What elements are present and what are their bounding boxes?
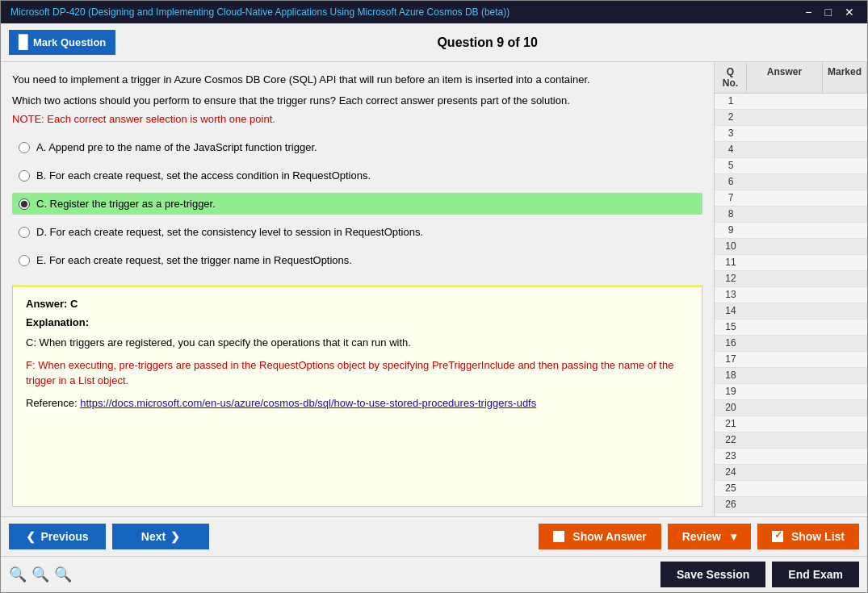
reference: Reference: https://docs.microsoft.com/en…: [26, 395, 689, 411]
reference-link[interactable]: https://docs.microsoft.com/en-us/azure/c…: [80, 397, 536, 409]
sidebar-header-marked: Marked: [823, 62, 867, 93]
sidebar-cell-answer: [747, 400, 823, 416]
sidebar-cell-marked: [823, 190, 867, 206]
sidebar-scroll[interactable]: 1 2 3 4 5 6 7 8 9 10 11: [715, 94, 867, 516]
sidebar-cell-qno: 8: [715, 207, 747, 222]
sidebar-row[interactable]: 8: [715, 207, 867, 223]
sidebar-cell-marked: [823, 336, 867, 351]
sidebar-row[interactable]: 25: [715, 481, 867, 497]
sidebar-row[interactable]: 15: [715, 319, 867, 336]
sidebar-row[interactable]: 6: [715, 174, 867, 190]
sidebar-cell-marked: [823, 142, 867, 157]
sidebar-cell-answer: [747, 384, 823, 399]
sidebar-cell-qno: 22: [715, 432, 747, 448]
zoom-in-button[interactable]: 🔍: [54, 566, 72, 583]
end-exam-button[interactable]: End Exam: [772, 562, 859, 587]
sidebar-cell-marked: [823, 126, 867, 141]
zoom-reset-button[interactable]: 🔍: [31, 566, 49, 583]
sidebar-cell-answer: [747, 416, 823, 432]
sidebar-cell-marked: [823, 400, 867, 416]
mark-question-button[interactable]: ▉ Mark Question: [9, 30, 115, 55]
radio-a[interactable]: [19, 142, 30, 153]
sidebar-cell-qno: 10: [715, 239, 747, 254]
sidebar-row[interactable]: 7: [715, 190, 867, 207]
sidebar-row[interactable]: 16: [715, 336, 867, 352]
sidebar-cell-marked: [823, 223, 867, 238]
sidebar-row[interactable]: 23: [715, 449, 867, 465]
radio-e[interactable]: [19, 255, 30, 266]
radio-b[interactable]: [19, 170, 30, 182]
sidebar-row[interactable]: 22: [715, 432, 867, 449]
sidebar-cell-answer: [747, 110, 823, 125]
question-area: You need to implement a trigger in Azure…: [1, 62, 714, 516]
sidebar-cell-qno: 25: [715, 481, 747, 496]
sidebar-row[interactable]: 13: [715, 287, 867, 303]
show-list-label: Show List: [791, 530, 845, 543]
sidebar-cell-marked: [823, 481, 867, 496]
sidebar-row[interactable]: 5: [715, 158, 867, 174]
sidebar-cell-marked: [823, 368, 867, 383]
option-a-label: A. Append pre to the name of the JavaScr…: [36, 141, 317, 153]
next-label: Next: [141, 530, 166, 543]
sidebar-cell-qno: 11: [715, 255, 747, 270]
mark-question-label: Mark Question: [33, 36, 106, 48]
sidebar-row[interactable]: 2: [715, 110, 867, 126]
sidebar-cell-answer: [747, 432, 823, 448]
answer-box: Answer: C Explanation: C: When triggers …: [12, 286, 702, 507]
sidebar-cell-qno: 2: [715, 110, 747, 125]
sidebar-row[interactable]: 18: [715, 368, 867, 384]
show-answer-button[interactable]: Show Answer: [539, 524, 660, 549]
question-text-1: You need to implement a trigger in Azure…: [12, 72, 702, 88]
sidebar-cell-marked: [823, 465, 867, 480]
sidebar-header-qno: Q No.: [715, 62, 747, 93]
minimize-button[interactable]: −: [802, 6, 815, 19]
question-note: NOTE: Each correct answer selection is w…: [12, 113, 702, 125]
sidebar-row[interactable]: 14: [715, 303, 867, 319]
sidebar-row[interactable]: 12: [715, 271, 867, 287]
sidebar-cell-marked: [823, 497, 867, 512]
end-exam-label: End Exam: [788, 568, 843, 581]
review-button[interactable]: Review ▾: [668, 524, 751, 549]
review-label: Review: [682, 530, 721, 543]
sidebar-cell-qno: 13: [715, 287, 747, 303]
explanation-2: F: When executing, pre-triggers are pass…: [26, 357, 689, 389]
sidebar-row[interactable]: 10: [715, 239, 867, 255]
sidebar-row[interactable]: 9: [715, 223, 867, 239]
sidebar-row[interactable]: 26: [715, 497, 867, 513]
option-e[interactable]: E. For each create request, set the trig…: [12, 249, 702, 271]
sidebar-row[interactable]: 20: [715, 400, 867, 416]
maximize-button[interactable]: □: [822, 6, 835, 19]
option-a[interactable]: A. Append pre to the name of the JavaScr…: [12, 136, 702, 158]
sidebar-row[interactable]: 21: [715, 416, 867, 432]
sidebar-cell-marked: [823, 94, 867, 109]
sidebar-row[interactable]: 3: [715, 126, 867, 142]
option-d[interactable]: D. For each create request, set the cons…: [12, 221, 702, 243]
option-d-label: D. For each create request, set the cons…: [36, 226, 423, 238]
next-button[interactable]: Next ❯: [112, 524, 209, 549]
sidebar-cell-marked: [823, 239, 867, 254]
option-b[interactable]: B. For each create request, set the acce…: [12, 165, 702, 186]
close-button[interactable]: ✕: [841, 6, 858, 19]
sidebar-row[interactable]: 19: [715, 384, 867, 400]
sidebar-cell-answer: [747, 368, 823, 383]
sidebar-row[interactable]: 11: [715, 255, 867, 271]
sidebar-cell-marked: [823, 416, 867, 432]
sidebar-row[interactable]: 4: [715, 142, 867, 158]
sidebar-cell-qno: 5: [715, 158, 747, 173]
sidebar-row[interactable]: 17: [715, 352, 867, 368]
zoom-out-button[interactable]: 🔍: [9, 566, 27, 583]
sidebar-cell-qno: 24: [715, 465, 747, 480]
option-c[interactable]: C. Register the trigger as a pre-trigger…: [12, 193, 702, 215]
sidebar-cell-answer: [747, 271, 823, 286]
radio-c[interactable]: [19, 198, 30, 210]
sidebar-cell-answer: [747, 158, 823, 173]
sidebar-row[interactable]: 24: [715, 465, 867, 481]
previous-button[interactable]: ❮ Previous: [9, 524, 106, 549]
question-text-2: Which two actions should you perform to …: [12, 93, 702, 109]
radio-d[interactable]: [19, 227, 30, 238]
sidebar-cell-answer: [747, 481, 823, 496]
show-list-button[interactable]: ✓ Show List: [757, 524, 859, 549]
sidebar-cell-answer: [747, 223, 823, 238]
sidebar-row[interactable]: 1: [715, 94, 867, 110]
save-session-button[interactable]: Save Session: [660, 562, 765, 587]
